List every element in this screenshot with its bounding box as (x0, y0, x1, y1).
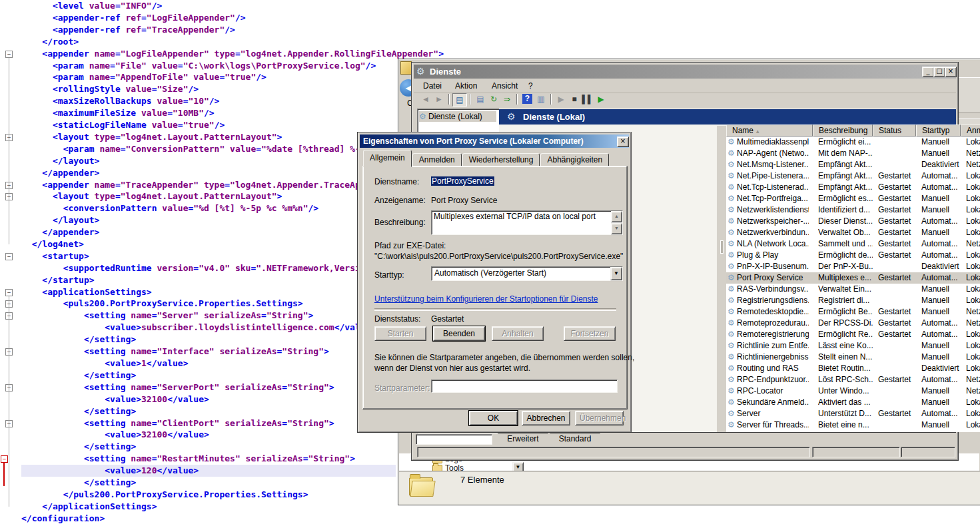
code-line[interactable]: <layout type="log4net.Layout.PatternLayo… (21, 131, 282, 143)
back-icon[interactable]: ◄ (419, 93, 432, 105)
restart-service-icon[interactable]: ▶ (594, 93, 608, 105)
code-line[interactable]: </appender> (21, 167, 99, 179)
code-line[interactable]: <staticLogFileName value="true"/> (21, 119, 225, 131)
tab-erweitert[interactable]: Erweitert (498, 433, 548, 445)
code-line[interactable]: <supportedRuntime version="v4.0" sku=".N… (21, 262, 366, 274)
service-row[interactable]: ⚙ Plug & PlayErmöglicht de...GestartetAu… (726, 250, 980, 261)
description-textarea[interactable]: Multiplexes external TCP/IP data on loca… (431, 210, 623, 235)
code-line[interactable]: </setting> (21, 477, 136, 489)
code-line[interactable]: </setting> (21, 334, 136, 346)
beenden-button[interactable]: Beenden (433, 326, 485, 341)
show-hide-icon[interactable]: ▥ (534, 93, 548, 105)
code-line[interactable]: <conversionPattern value="%d [%t] %-5p %… (21, 202, 318, 214)
code-line[interactable]: <value>subscriber.lloydslistintelligence… (21, 322, 366, 334)
startup-type-combobox[interactable]: Automatisch (Verzögerter Start) ▼ (431, 266, 623, 281)
code-line[interactable]: <maxSizeRollBackups value="10"/> (21, 95, 219, 107)
code-line[interactable]: </layout> (21, 214, 99, 226)
service-row[interactable]: ⚙ PnP-X-IP-Busenum...Der PnP-X-Bu...Deak… (726, 261, 980, 272)
fold-collapse-icon-red[interactable]: − (1, 455, 8, 463)
code-line[interactable]: </log4net> (21, 238, 84, 250)
service-row[interactable]: ⚙ Richtlinie zum Entfe...Lässt eine Ko..… (726, 340, 980, 352)
code-line[interactable]: <setting name="Interface" serializeAs="S… (21, 346, 329, 358)
code-line[interactable]: </setting> (21, 405, 136, 417)
code-line[interactable]: </configuration> (21, 513, 105, 524)
ok-button[interactable]: OK (469, 411, 518, 425)
service-row[interactable]: ⚙ RemoteregistrierungErmöglicht Re...Ges… (726, 329, 980, 340)
service-row[interactable]: ⚙ Net.Tcp-Listenerad...Empfängt Akt...Ge… (726, 182, 980, 193)
description-scroll-up[interactable]: ▲ (611, 211, 622, 222)
code-line[interactable]: <setting name="Server" serializeAs="Stri… (21, 310, 313, 322)
fold-collapse-icon[interactable]: − (5, 289, 13, 296)
code-line[interactable]: <rollingStyle value="Size"/> (21, 83, 199, 95)
code-line[interactable]: <param name="File" value="C:\work\logs\P… (21, 60, 376, 72)
column-header-beschreibung[interactable]: Beschreibung (813, 125, 873, 136)
code-line[interactable]: <puls200.PortProxyService.Properties.Set… (21, 298, 303, 310)
service-row[interactable]: ⚙ Remotedesktopdie...Ermöglicht Be...Ges… (726, 306, 980, 318)
tree-item-dienste-lokal[interactable]: ⚙ Dienste (Lokal) (419, 111, 496, 122)
service-row[interactable]: ⚙ RPC-Endpunktzuor...Löst RPC-Sch...Gest… (726, 374, 980, 386)
service-row[interactable]: ⚙ Sekundäre Anmeld...Aktiviert das ...Ma… (726, 397, 980, 408)
code-line[interactable]: <value>1</value> (21, 358, 188, 370)
mmc-title-bar[interactable]: ⚙ Dienste _ □ × (414, 65, 956, 79)
service-row[interactable]: ⚙ Net.Tcp-Portfreiga...Ermöglicht es...G… (726, 193, 980, 204)
service-row[interactable]: ⚙ RAS-Verbindungsv...Verwaltet Ein...Man… (726, 284, 980, 295)
code-line[interactable]: <level value="INFO"/> (21, 0, 162, 12)
menu-datei[interactable]: Datei (423, 79, 442, 93)
code-line[interactable]: </startup> (21, 274, 95, 286)
code-line[interactable]: </layout> (21, 155, 99, 167)
code-line[interactable]: <setting name="ClientPort" serializeAs="… (21, 417, 334, 429)
export-list-icon[interactable]: ⇒ (500, 93, 514, 105)
close-button[interactable]: × (945, 67, 957, 77)
code-line[interactable]: </setting> (21, 441, 136, 453)
code-line[interactable]: <appender-ref ref="LogFileAppender"/> (21, 12, 246, 24)
service-row[interactable]: ⚙ Netzwerkverbindun...Verwaltet Ob...Ges… (726, 227, 980, 238)
display-name-value[interactable]: Port Proxy Service (431, 196, 497, 205)
tab-standard[interactable]: Standard (550, 433, 600, 445)
minimize-button[interactable]: _ (922, 67, 934, 77)
pause-service-icon[interactable]: ▌▌ (581, 93, 594, 105)
service-row[interactable]: ⚙ Port Proxy ServiceMultiplexes e...Gest… (726, 272, 980, 284)
service-row[interactable]: ⚙ NetzwerklistendienstIdentifiziert d...… (726, 204, 980, 216)
service-row[interactable]: ⚙ NAP-Agent (Netwo...Mit dem NAP-...Manu… (726, 148, 980, 159)
fold-collapse-icon[interactable]: − (5, 253, 13, 260)
dialog-close-icon[interactable]: × (617, 136, 629, 147)
service-name-value[interactable]: PortProxyService (431, 176, 494, 186)
code-line[interactable]: <setting name="ServerPort" serializeAs="… (21, 382, 334, 393)
service-row[interactable]: ⚙ Netzwerkspeicher-...Dieser Dienst...Ge… (726, 216, 980, 227)
service-row[interactable]: ⚙ Net.Msmq-Listener...Empfängt Akt...Dea… (726, 159, 980, 170)
code-line[interactable]: </setting> (21, 370, 136, 382)
dialog-tab-allgemein[interactable]: Allgemein (363, 150, 412, 167)
column-header-anmelden-als[interactable]: Anmelden als (961, 125, 980, 136)
forward-icon[interactable]: ► (432, 93, 446, 105)
console-tree-icon[interactable]: ▤ (452, 93, 467, 107)
code-line[interactable]: <appender-ref ref="TraceAppender"/> (21, 24, 235, 36)
service-row[interactable]: ⚙ Registrierungsdiens...Registriert di..… (726, 295, 980, 306)
column-header-name[interactable]: Name ▲ (726, 125, 813, 136)
service-row[interactable]: ⚙ ServerUnterstützt D...GestartetAutomat… (726, 408, 980, 419)
service-row[interactable]: ⚙ Net.Pipe-Listenera...Empfängt Akt...Ge… (726, 170, 980, 182)
help-icon[interactable]: ? (522, 94, 532, 104)
menu-aktion[interactable]: Aktion (455, 79, 477, 93)
service-row[interactable]: ⚙ RPC-LocatorUnter Windo...ManuellNetzwe… (726, 386, 980, 397)
column-header-starttyp[interactable]: Starttyp (916, 125, 961, 136)
description-scroll-down[interactable]: ▼ (611, 223, 622, 234)
code-line[interactable]: <param name="ConversionPattern" value="%… (21, 143, 366, 155)
fold-collapse-icon[interactable]: − (5, 51, 13, 58)
service-row[interactable]: ⚙ Server für Threads...Bietet eine n...M… (726, 419, 980, 431)
code-line[interactable]: </appender> (21, 226, 99, 238)
code-line[interactable]: <value>32100</value> (21, 429, 209, 441)
code-line[interactable]: </puls200.PortProxyService.Properties.Se… (21, 489, 308, 501)
service-row[interactable]: ⚙ NLA (Network Loca...Sammelt und ...Ges… (726, 238, 980, 250)
code-line[interactable]: </root> (21, 36, 79, 48)
pane-splitter-column[interactable] (717, 126, 726, 432)
service-row[interactable]: ⚙ Multimediaklassenpl...Ermöglicht ei...… (726, 136, 980, 148)
maximize-button[interactable]: □ (933, 67, 945, 77)
start-params-input[interactable] (431, 380, 618, 393)
code-line[interactable]: <appender name="TraceAppender" type="log… (21, 179, 366, 191)
menu-help[interactable]: ? (528, 79, 533, 93)
stop-service-icon[interactable]: ■ (568, 93, 581, 105)
code-line[interactable]: <value>32100</value> (21, 393, 209, 405)
dialog-title-bar[interactable]: Eigenschaften von Port Proxy Service (Lo… (360, 134, 629, 148)
code-line[interactable]: <setting name="RestartMinutes" serialize… (21, 453, 355, 465)
service-row[interactable]: ⚙ Richtlinienergebniss...Stellt einen N.… (726, 352, 980, 363)
